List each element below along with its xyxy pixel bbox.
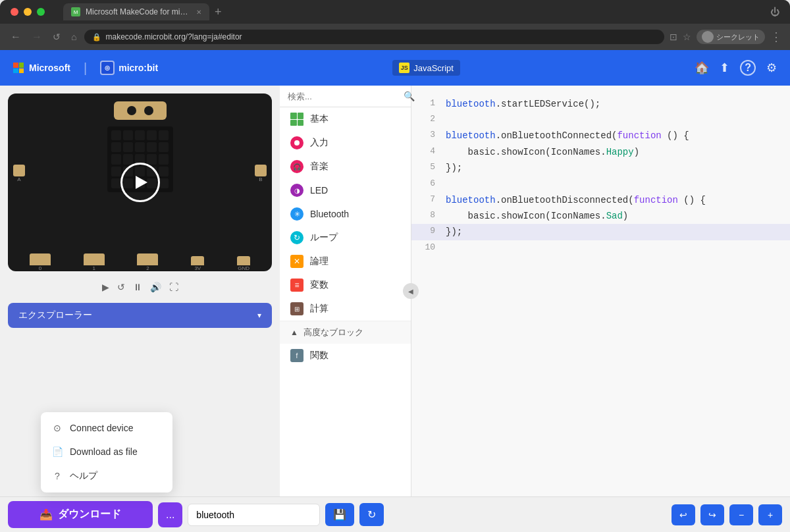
- block-item-bluetooth[interactable]: ✳ Bluetooth: [280, 202, 411, 226]
- bottom-bar: 📥 ダウンロード ... 💾 ↻ ↩ ↪ − +: [0, 496, 790, 532]
- home-icon[interactable]: 🏠: [695, 61, 709, 75]
- browser-titlebar: M Microsoft MakeCode for micro... ✕ + ⏻: [0, 0, 790, 24]
- close-dot[interactable]: [11, 8, 18, 16]
- microbit-device: A B 0 1: [8, 93, 272, 271]
- play-button[interactable]: [120, 163, 160, 202]
- line-number-3: 3: [422, 128, 435, 143]
- download-button[interactable]: 📥 ダウンロード: [8, 501, 153, 528]
- tab-title: Microsoft MakeCode for micro...: [86, 7, 191, 16]
- block-item-logic[interactable]: ✕ 論理: [280, 250, 411, 273]
- blocks-scroll: 基本 入力 🎧 音楽: [280, 107, 411, 496]
- connect-device-item[interactable]: ⊙ Connect device: [41, 416, 172, 440]
- music-icon: 🎧: [290, 160, 303, 173]
- zoom-in-button[interactable]: +: [758, 504, 782, 525]
- block-item-math[interactable]: ⊞ 計算: [280, 297, 411, 321]
- github-button[interactable]: ↻: [359, 503, 384, 526]
- refresh-button[interactable]: ↺: [50, 30, 63, 43]
- help-icon[interactable]: ?: [740, 60, 756, 76]
- code-line-8: 8 basic.showIcon(IconNames.Sad): [411, 208, 790, 224]
- line-number-2: 2: [422, 113, 435, 127]
- popup-menu: ⊙ Connect device 📄 Download as file ? ヘル…: [41, 412, 172, 492]
- code-line-2: 2: [411, 112, 790, 128]
- block-label-led: LED: [310, 185, 328, 196]
- block-item-variables[interactable]: ≡ 変数: [280, 273, 411, 297]
- sim-mute-button[interactable]: ⏸: [133, 282, 142, 292]
- bluetooth-icon: ✳: [290, 207, 303, 221]
- header-icons: 🏠 ⬆ ? ⚙: [695, 60, 777, 76]
- advanced-section-header[interactable]: ▲ 高度なブロック: [280, 321, 411, 344]
- block-item-input[interactable]: 入力: [280, 131, 411, 155]
- browser-tab[interactable]: M Microsoft MakeCode for micro... ✕: [63, 3, 209, 20]
- undo-button[interactable]: ↩: [672, 504, 695, 525]
- code-line-7: 7 bluetooth.onBluetoothDisconnected(func…: [411, 192, 790, 208]
- power-icon[interactable]: ⏻: [770, 7, 779, 17]
- download-file-item[interactable]: 📄 Download as file: [41, 440, 172, 464]
- line-number-10: 10: [422, 241, 435, 255]
- connect-icon: ⊙: [51, 423, 63, 433]
- project-name-input[interactable]: [188, 504, 320, 526]
- search-input[interactable]: [288, 92, 398, 101]
- blocks-panel: 🔍 基本: [280, 86, 411, 496]
- block-item-music[interactable]: 🎧 音楽: [280, 155, 411, 178]
- block-label-logic: 論理: [310, 255, 329, 267]
- address-box[interactable]: 🔒 makecode.microbit.org/?lang=ja#editor: [84, 30, 664, 44]
- zoom-out-button[interactable]: −: [729, 504, 753, 525]
- settings-icon[interactable]: ⚙: [766, 61, 777, 75]
- sim-restart-button[interactable]: ↺: [117, 282, 125, 292]
- collapse-panel-button[interactable]: ◀: [403, 283, 419, 299]
- download-label: ダウンロード: [58, 508, 121, 521]
- microsoft-logo[interactable]: Microsoft: [13, 63, 70, 73]
- save-icon: 💾: [333, 509, 346, 520]
- code-line-3: 3 bluetooth.onBluetoothConnected(functio…: [411, 128, 790, 144]
- home-button[interactable]: ⌂: [68, 30, 79, 43]
- sim-fullscreen-button[interactable]: ⛶: [169, 282, 178, 292]
- line-content-7: bluetooth.onBluetoothDisconnected(functi…: [446, 193, 706, 207]
- save-button[interactable]: 💾: [325, 503, 354, 526]
- more-options-button[interactable]: ...: [158, 502, 182, 527]
- button-a[interactable]: A: [13, 165, 25, 182]
- tab-close-icon[interactable]: ✕: [196, 9, 201, 16]
- code-line-4: 4 basic.showIcon(IconNames.Happy): [411, 144, 790, 160]
- menu-icon[interactable]: ⋮: [770, 30, 782, 44]
- button-b[interactable]: B: [255, 165, 267, 182]
- block-item-loop[interactable]: ↻ ループ: [280, 226, 411, 250]
- loop-icon: ↻: [290, 231, 303, 244]
- block-item-functions[interactable]: f 関数: [280, 344, 411, 367]
- block-label-loop: ループ: [310, 232, 338, 244]
- code-line-10: 10: [411, 240, 790, 256]
- forward-button[interactable]: →: [29, 30, 45, 44]
- block-item-basic[interactable]: 基本: [280, 107, 411, 131]
- cast-icon[interactable]: ⊡: [670, 32, 677, 42]
- share-icon[interactable]: ⬆: [720, 61, 729, 75]
- minimize-dot[interactable]: [24, 8, 32, 16]
- device-pins: 0 1 2 3V: [8, 253, 272, 271]
- download-file-icon: 📄: [51, 446, 63, 457]
- tab-add-icon[interactable]: +: [215, 5, 222, 19]
- address-bar: ← → ↺ ⌂ 🔒 makecode.microbit.org/?lang=ja…: [0, 24, 790, 50]
- explorer-chevron-icon: ▾: [257, 311, 261, 320]
- help-item[interactable]: ? ヘルプ: [41, 464, 172, 489]
- explorer-bar[interactable]: エクスプローラー ▾: [8, 303, 272, 328]
- code-line-6: 6: [411, 176, 790, 192]
- secret-badge[interactable]: シークレット: [697, 30, 765, 44]
- advanced-label: 高度なブロック: [303, 327, 363, 338]
- math-icon: ⊞: [290, 302, 303, 315]
- js-icon: JS: [399, 63, 409, 73]
- redo-button[interactable]: ↪: [700, 504, 724, 525]
- more-icon: ...: [166, 509, 174, 520]
- logic-icon: ✕: [290, 255, 303, 268]
- maximize-dot[interactable]: [37, 8, 45, 16]
- search-bar: 🔍: [280, 86, 411, 107]
- microbit-logo[interactable]: ◎ micro:bit: [100, 61, 158, 75]
- bookmark-icon[interactable]: ☆: [683, 32, 691, 42]
- block-item-led[interactable]: ◑ LED: [280, 178, 411, 202]
- block-label-input: 入力: [310, 137, 329, 149]
- block-label-music: 音楽: [310, 161, 329, 173]
- sim-volume-button[interactable]: 🔊: [150, 282, 161, 292]
- sim-play-button[interactable]: ▶: [102, 282, 109, 292]
- back-button[interactable]: ←: [8, 30, 24, 44]
- js-mode-badge[interactable]: JS JavaScript: [392, 60, 460, 76]
- lock-icon: 🔒: [92, 33, 101, 41]
- line-number-8: 8: [422, 209, 435, 223]
- code-line-9: 9 });: [411, 224, 790, 240]
